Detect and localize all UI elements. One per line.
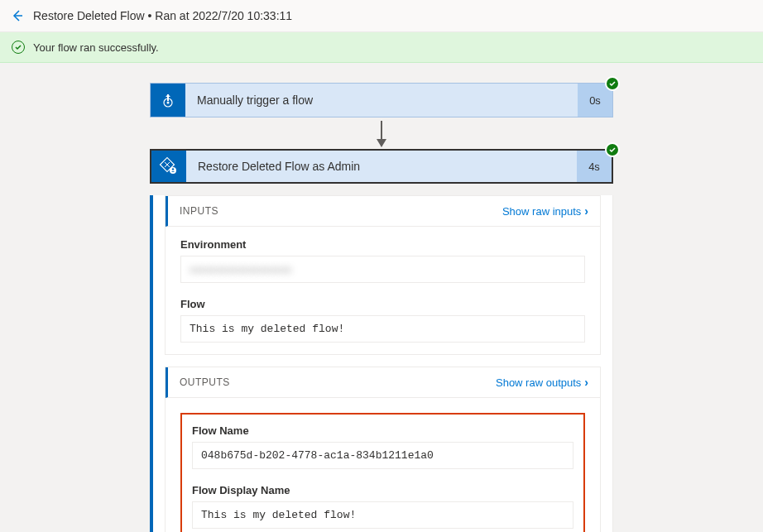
show-raw-inputs-link[interactable]: Show raw inputs › <box>502 204 588 218</box>
environment-field: Environment xxxxxxxxxxxxxxxxxxx <box>180 238 585 283</box>
show-raw-outputs-link[interactable]: Show raw outputs › <box>496 376 588 389</box>
back-icon[interactable] <box>10 8 25 23</box>
success-banner: Your flow ran successfully. <box>0 32 763 63</box>
inputs-title: INPUTS <box>180 205 218 217</box>
show-raw-inputs-label: Show raw inputs <box>502 205 581 218</box>
flow-display-name-label: Flow Display Name <box>192 484 573 496</box>
flow-value: This is my deleted flow! <box>180 315 585 343</box>
success-badge-icon <box>605 142 620 157</box>
environment-label: Environment <box>180 238 585 251</box>
trigger-step[interactable]: Manually trigger a flow 0s <box>150 83 613 117</box>
page-header: Restore Deleted Flow • Ran at 2022/7/20 … <box>0 0 763 32</box>
svg-point-1 <box>167 102 170 104</box>
success-badge-icon <box>605 76 620 91</box>
inputs-header: INPUTS Show raw inputs › <box>166 196 600 227</box>
connector-arrow-icon <box>381 121 382 146</box>
environment-value: xxxxxxxxxxxxxxxxxxx <box>180 256 585 283</box>
flow-label: Flow <box>180 298 585 310</box>
flow-display-name-field: Flow Display Name This is my deleted flo… <box>192 484 573 529</box>
chevron-right-icon: › <box>584 376 588 389</box>
chevron-right-icon: › <box>584 204 588 218</box>
flow-display-name-value: This is my deleted flow! <box>192 501 573 529</box>
flow-name-field: Flow Name 048b675d-b202-4778-ac1a-834b12… <box>192 424 573 469</box>
show-raw-outputs-label: Show raw outputs <box>496 376 581 389</box>
outputs-header: OUTPUTS Show raw outputs › <box>166 367 600 398</box>
success-check-icon <box>12 41 25 54</box>
trigger-icon <box>151 84 185 117</box>
restore-step-header[interactable]: Restore Deleted Flow as Admin 4s <box>150 149 613 184</box>
success-text: Your flow ran successfully. <box>33 41 159 54</box>
svg-point-4 <box>172 168 174 170</box>
highlight-outputs-box: Flow Name 048b675d-b202-4778-ac1a-834b12… <box>180 413 585 532</box>
flow-field: Flow This is my deleted flow! <box>180 298 585 343</box>
inputs-content: Environment xxxxxxxxxxxxxxxxxxx Flow Thi… <box>166 227 600 354</box>
restore-title: Restore Deleted Flow as Admin <box>186 151 577 182</box>
trigger-title: Manually trigger a flow <box>185 84 578 117</box>
restore-body: INPUTS Show raw inputs › Environment xxx… <box>150 195 613 532</box>
svg-point-3 <box>170 167 176 174</box>
flow-name-value: 048b675d-b202-4778-ac1a-834b1211e1a0 <box>192 442 573 469</box>
outputs-panel: OUTPUTS Show raw outputs › Flow Name 048… <box>165 367 601 532</box>
restore-step[interactable]: Restore Deleted Flow as Admin 4s INPUTS … <box>150 149 613 532</box>
trigger-step-header[interactable]: Manually trigger a flow 0s <box>150 83 613 117</box>
restore-duration: 4s <box>577 151 612 182</box>
page-title: Restore Deleted Flow • Ran at 2022/7/20 … <box>33 9 292 22</box>
restore-icon <box>151 151 186 182</box>
outputs-title: OUTPUTS <box>180 376 230 388</box>
flow-name-label: Flow Name <box>192 424 573 437</box>
flow-canvas: Manually trigger a flow 0s Restore Delet… <box>0 63 763 532</box>
outputs-content: Flow Name 048b675d-b202-4778-ac1a-834b12… <box>166 398 600 532</box>
inputs-panel: INPUTS Show raw inputs › Environment xxx… <box>165 195 601 355</box>
